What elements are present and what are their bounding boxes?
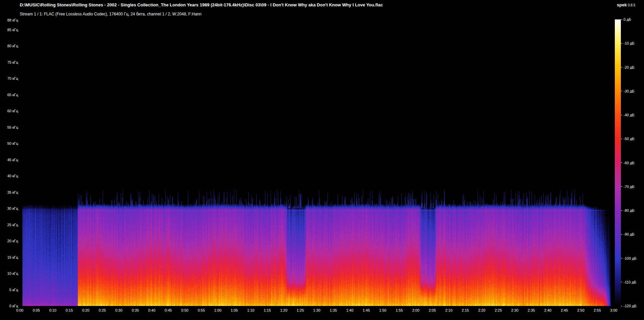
db-label-text: -100 дБ (624, 256, 637, 260)
time-axis-label: 1:30 (313, 308, 320, 312)
db-label-text: -40 дБ (624, 113, 635, 117)
db-axis-label: -40 дБ (621, 113, 635, 117)
time-axis-label: 2:45 (561, 308, 568, 312)
time-axis-label: 0:10 (49, 308, 56, 312)
time-axis-label: 1:35 (330, 308, 337, 312)
time-axis-label: 1:50 (379, 308, 386, 312)
db-tick (621, 115, 622, 115)
db-tick (621, 258, 622, 258)
db-tick (621, 139, 622, 139)
freq-axis-label: 55 кГц (7, 125, 18, 129)
db-tick (621, 19, 622, 20)
db-axis-label: -80 дБ (621, 208, 635, 212)
time-axis-label: 1:10 (247, 308, 254, 312)
spek-window: { "header": { "file_path": "D:\\MUSIC\\R… (0, 0, 644, 320)
time-axis-label: 0:30 (115, 308, 122, 312)
db-tick (621, 282, 622, 282)
db-tick (621, 234, 622, 235)
time-axis-label: 3:00 (610, 308, 617, 312)
time-axis-label: 0:45 (165, 308, 172, 312)
db-tick (621, 43, 622, 44)
time-axis-label: 1:55 (396, 308, 403, 312)
freq-axis-label: 45 кГц (7, 158, 18, 162)
time-axis-label: 2:50 (577, 308, 584, 312)
time-axis-label: 0:40 (148, 308, 155, 312)
file-path: D:\MUSIC\Rolling Stones\Rolling Stones -… (20, 2, 383, 7)
freq-axis-label: 0 кГц (9, 304, 18, 308)
freq-axis-label: 88 кГц (7, 18, 18, 22)
time-axis-label: 1:25 (297, 308, 304, 312)
time-axis-label: 2:25 (495, 308, 502, 312)
db-axis-label: 0 дБ (621, 17, 631, 21)
db-axis-label: -90 дБ (621, 232, 635, 236)
db-tick (621, 306, 622, 306)
time-axis-label: 2:15 (462, 308, 469, 312)
time-axis-label: 0:55 (198, 308, 205, 312)
spectrogram-canvas (20, 19, 614, 306)
db-axis-label: -100 дБ (621, 256, 637, 260)
time-axis: 0:000:050:100:150:200:250:300:350:400:45… (0, 308, 644, 314)
freq-axis-label: 30 кГц (7, 206, 18, 210)
freq-axis-label: 85 кГц (7, 28, 18, 32)
db-axis-label: -10 дБ (621, 41, 635, 45)
time-axis-label: 1:20 (280, 308, 287, 312)
time-axis-label: 2:00 (412, 308, 419, 312)
freq-axis-label: 20 кГц (7, 239, 18, 243)
time-axis-label: 0:50 (181, 308, 188, 312)
db-axis-label: -110 дБ (621, 280, 636, 284)
freq-axis-label: 15 кГц (7, 255, 18, 259)
db-label-text: -20 дБ (624, 65, 635, 69)
freq-axis-label: 5 кГц (9, 288, 18, 292)
db-colorbar (615, 19, 621, 306)
time-axis-label: 1:40 (346, 308, 353, 312)
time-axis-label: 2:30 (511, 308, 518, 312)
time-axis-label: 2:05 (429, 308, 436, 312)
time-axis-label: 0:05 (33, 308, 40, 312)
time-axis-label: 2:40 (544, 308, 551, 312)
freq-axis-label: 25 кГц (7, 223, 18, 227)
freq-axis-label: 70 кГц (7, 76, 18, 80)
db-axis-label: -120 дБ (621, 304, 637, 308)
freq-axis-label: 75 кГц (7, 60, 18, 64)
db-axis-label: -70 дБ (621, 185, 635, 189)
db-tick (621, 186, 622, 187)
db-label-text: -110 дБ (624, 280, 636, 284)
freq-axis-label: 40 кГц (7, 174, 18, 178)
time-axis-label: 2:10 (445, 308, 452, 312)
db-label-text: 0 дБ (624, 17, 631, 21)
time-axis-label: 0:35 (132, 308, 139, 312)
freq-axis-label: 65 кГц (7, 93, 18, 97)
db-label-text: -60 дБ (624, 161, 635, 165)
db-axis-label: -50 дБ (621, 137, 635, 141)
db-label-text: -70 дБ (624, 185, 635, 189)
time-axis-label: 1:00 (214, 308, 221, 312)
db-axis-label: -20 дБ (621, 65, 635, 69)
db-axis-label: -30 дБ (621, 89, 635, 93)
time-axis-label: 0:25 (99, 308, 106, 312)
db-label-text: -10 дБ (624, 41, 635, 45)
time-axis-label: 0:20 (82, 308, 89, 312)
freq-axis-label: 50 кГц (7, 141, 18, 145)
time-axis-label: 2:55 (594, 308, 601, 312)
db-tick (621, 67, 622, 67)
time-axis-label: 2:35 (528, 308, 535, 312)
time-axis-label: 1:05 (231, 308, 238, 312)
db-label-text: -120 дБ (624, 304, 637, 308)
time-axis-label: 0:15 (66, 308, 73, 312)
db-tick (621, 163, 622, 163)
db-tick (621, 91, 622, 91)
db-axis: 0 дБ-10 дБ-20 дБ-30 дБ-40 дБ-50 дБ-60 дБ… (621, 0, 644, 320)
freq-axis-label: 35 кГц (7, 190, 18, 194)
db-label-text: -90 дБ (624, 232, 635, 236)
time-axis-label: 1:45 (363, 308, 370, 312)
freq-axis-label: 60 кГц (7, 109, 18, 113)
time-axis-label: 0:00 (16, 308, 23, 312)
freq-axis-label: 80 кГц (7, 44, 18, 48)
time-axis-label: 1:15 (264, 308, 271, 312)
time-axis-label: 2:20 (478, 308, 485, 312)
freq-axis-label: 10 кГц (7, 271, 18, 275)
db-label-text: -50 дБ (624, 137, 635, 141)
db-label-text: -30 дБ (624, 89, 635, 93)
stream-info: Stream 1 / 1: FLAC (Free Lossless Audio … (20, 12, 202, 16)
db-label-text: -80 дБ (624, 208, 635, 212)
